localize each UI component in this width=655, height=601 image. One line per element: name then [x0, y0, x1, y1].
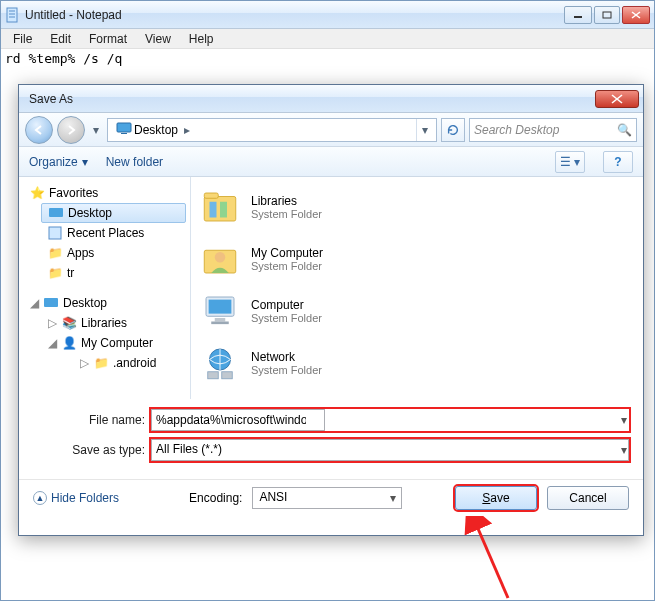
tree-android[interactable]: ▷📁.android: [73, 353, 186, 373]
address-bar: ▾ Desktop ▸ ▾ Search Desktop 🔍: [19, 113, 643, 147]
desktop-icon: [116, 120, 132, 139]
svg-rect-18: [220, 202, 227, 218]
tree-recent[interactable]: Recent Places: [41, 223, 186, 243]
folder-icon: 📁: [93, 355, 109, 371]
folder-icon: 📁: [47, 265, 63, 281]
list-item[interactable]: ComputerSystem Folder: [199, 287, 635, 335]
user-icon: 👤: [61, 335, 77, 351]
menu-format[interactable]: Format: [81, 30, 135, 48]
svg-rect-0: [7, 8, 17, 22]
svg-rect-23: [215, 318, 226, 322]
address-dropdown[interactable]: ▾: [416, 119, 432, 141]
svg-rect-11: [121, 133, 127, 134]
tree-mycomputer[interactable]: ◢👤My Computer: [41, 333, 186, 353]
recent-icon: [47, 225, 63, 241]
svg-rect-27: [222, 372, 233, 379]
toolbar: Organize ▾ New folder ☰ ▾ ?: [19, 147, 643, 177]
cancel-button[interactable]: Cancel: [547, 486, 629, 510]
svg-rect-10: [117, 123, 131, 132]
folder-icon: 📁: [47, 245, 63, 261]
forward-button[interactable]: [57, 116, 85, 144]
minimize-button[interactable]: [564, 6, 592, 24]
notepad-menubar: File Edit Format View Help: [1, 29, 654, 49]
menu-view[interactable]: View: [137, 30, 179, 48]
svg-rect-17: [210, 202, 217, 218]
organize-menu[interactable]: Organize ▾: [29, 155, 88, 169]
filename-label: File name:: [71, 413, 151, 427]
tree-tr[interactable]: 📁tr: [41, 263, 186, 283]
encoding-label: Encoding:: [189, 491, 242, 505]
star-icon: ⭐: [29, 185, 45, 201]
notepad-title: Untitled - Notepad: [25, 8, 564, 22]
help-button[interactable]: ?: [603, 151, 633, 173]
address-desktop-label: Desktop: [134, 123, 178, 137]
menu-file[interactable]: File: [5, 30, 40, 48]
svg-rect-13: [49, 227, 61, 239]
saveas-dialog: Save As ▾ Desktop ▸ ▾ Search Desktop 🔍 O…: [18, 84, 644, 536]
desktop-icon: [43, 295, 59, 311]
refresh-button[interactable]: [441, 118, 465, 142]
svg-point-20: [215, 252, 226, 263]
list-item[interactable]: LibrariesSystem Folder: [199, 183, 635, 231]
nav-history-dropdown[interactable]: ▾: [89, 119, 103, 141]
chevron-up-icon: ▲: [33, 491, 47, 505]
close-button[interactable]: [622, 6, 650, 24]
search-input[interactable]: Search Desktop 🔍: [469, 118, 637, 142]
tree-libraries[interactable]: ▷📚Libraries: [41, 313, 186, 333]
svg-rect-26: [208, 372, 219, 379]
expand-icon[interactable]: ◢: [29, 296, 39, 310]
savetype-combo[interactable]: All Files (*.*): [151, 439, 629, 461]
svg-rect-16: [204, 193, 218, 198]
desktop-icon: [48, 205, 64, 221]
notepad-titlebar: Untitled - Notepad: [1, 1, 654, 29]
saveas-titlebar: Save As: [19, 85, 643, 113]
saveas-title: Save As: [23, 92, 595, 106]
computer-icon: [199, 290, 241, 332]
back-button[interactable]: [25, 116, 53, 144]
expand-icon[interactable]: ▷: [47, 316, 57, 330]
tree-desktop[interactable]: Desktop: [41, 203, 186, 223]
hidefolders-link[interactable]: ▲ Hide Folders: [33, 491, 119, 505]
tree-favorites[interactable]: ⭐Favorites: [23, 183, 186, 203]
search-icon: 🔍: [617, 123, 632, 137]
expand-icon[interactable]: ▷: [79, 356, 89, 370]
tree-desktop-root[interactable]: ◢Desktop: [23, 293, 186, 313]
libraries-icon: [199, 186, 241, 228]
nav-tree: ⭐Favorites Desktop Recent Places 📁Apps 📁…: [19, 177, 191, 399]
saveas-close-button[interactable]: [595, 90, 639, 108]
maximize-button[interactable]: [594, 6, 620, 24]
savetype-label: Save as type:: [71, 443, 151, 457]
expand-icon[interactable]: ◢: [47, 336, 57, 350]
filename-input[interactable]: [151, 409, 325, 431]
user-folder-icon: [199, 238, 241, 280]
tree-apps[interactable]: 📁Apps: [41, 243, 186, 263]
search-placeholder: Search Desktop: [474, 123, 559, 137]
chevron-right-icon: ▸: [180, 123, 190, 137]
menu-help[interactable]: Help: [181, 30, 222, 48]
svg-rect-5: [603, 12, 611, 18]
svg-rect-24: [211, 322, 229, 325]
svg-rect-22: [209, 300, 232, 314]
svg-rect-12: [49, 208, 63, 217]
network-icon: [199, 342, 241, 384]
notepad-icon: [5, 7, 21, 23]
chevron-down-icon[interactable]: ▾: [621, 413, 627, 427]
list-item[interactable]: NetworkSystem Folder: [199, 339, 635, 387]
address-path[interactable]: Desktop ▸ ▾: [107, 118, 437, 142]
file-list[interactable]: LibrariesSystem Folder My ComputerSystem…: [191, 177, 643, 399]
menu-edit[interactable]: Edit: [42, 30, 79, 48]
encoding-combo[interactable]: ANSI: [252, 487, 402, 509]
notepad-textarea[interactable]: rd %temp% /s /q: [1, 49, 654, 68]
view-options-button[interactable]: ☰ ▾: [555, 151, 585, 173]
list-item[interactable]: My ComputerSystem Folder: [199, 235, 635, 283]
libraries-icon: 📚: [61, 315, 77, 331]
svg-rect-14: [44, 298, 58, 307]
newfolder-button[interactable]: New folder: [106, 155, 163, 169]
chevron-down-icon: ▾: [82, 155, 88, 169]
save-button[interactable]: SSaveave: [455, 486, 537, 510]
